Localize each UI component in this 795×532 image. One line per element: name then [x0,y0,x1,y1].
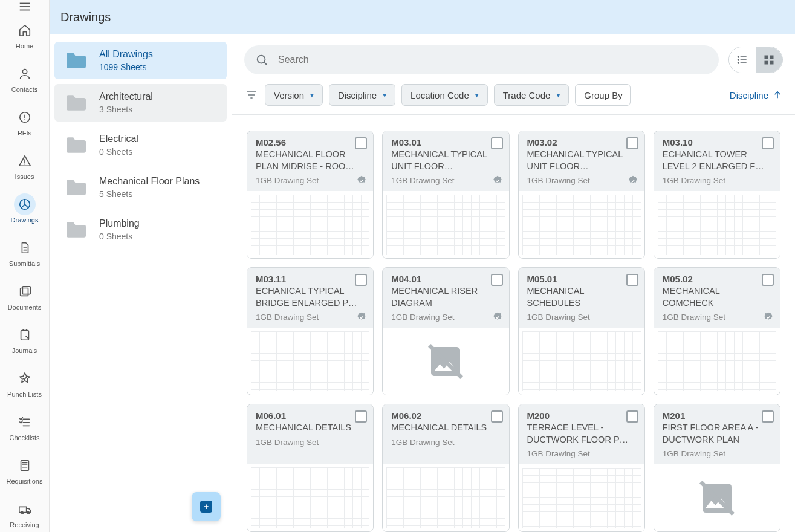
nav-item-requisitions[interactable]: Requisitions [0,449,49,492]
nav-item-punch-lists[interactable]: Punch Lists [0,362,49,405]
select-checkbox[interactable] [626,274,638,286]
filter-chip-group-by[interactable]: Group By [575,84,630,106]
chip-label: Location Code [410,90,469,100]
folder-item[interactable]: Architectural3 Sheets [54,84,227,122]
select-checkbox[interactable] [491,274,503,286]
drawing-card[interactable]: M201FIRST FLOOR AREA A - DUCTWORK PLAN1G… [654,404,780,532]
nav-item-checklists[interactable]: Checklists [0,405,49,449]
nav-item-drawings[interactable]: Drawings [0,187,49,231]
drawing-thumbnail [654,464,780,531]
drawings-icon [14,193,36,215]
filter-chip-version[interactable]: Version▼ [265,84,323,106]
drawing-title: MECHANICAL FLOOR PLAN MIDRISE - ROO… [256,149,366,172]
nav-item-rfis[interactable]: RFIs [0,100,49,144]
nav-label: Documents [8,303,42,311]
drawing-thumbnail [247,464,373,531]
svg-rect-38 [765,61,768,65]
drawing-card[interactable]: M02.56MECHANICAL FLOOR PLAN MIDRISE - RO… [247,131,374,259]
view-toggle [728,47,783,73]
list-view-button[interactable] [729,47,756,73]
drawing-card[interactable]: M06.02MECHANICAL DETAILS1GB Drawing Set [382,404,509,532]
nav-item-issues[interactable]: Issues [0,144,49,187]
menu-button[interactable] [0,0,49,13]
add-folder-button[interactable]: + [192,492,221,521]
chevron-down-icon: ▼ [555,92,561,99]
select-checkbox[interactable] [355,274,367,286]
folder-icon [63,92,89,114]
drawing-card[interactable]: M03.10ECHANICAL TOWER LEVEL 2 ENLARGED F… [654,131,780,259]
drawing-card[interactable]: M03.01MECHANICAL TYPICAL UNIT FLOOR…1GB … [382,131,509,259]
folder-icon [63,134,89,156]
select-checkbox[interactable] [355,137,367,149]
nav-item-receiving[interactable]: Receiving [0,492,49,532]
drawing-card[interactable]: M06.01MECHANICAL DETAILS1GB Drawing Set [247,404,374,532]
nav-item-contacts[interactable]: Contacts [0,57,49,100]
svg-point-35 [738,62,739,63]
select-checkbox[interactable] [626,410,638,423]
folder-item[interactable]: Mechanical Floor Plans5 Sheets [54,169,227,206]
nav-label: RFIs [18,129,31,137]
select-checkbox[interactable] [762,274,774,286]
nav-item-documents[interactable]: Documents [0,274,49,318]
filter-icon[interactable] [244,89,259,101]
select-checkbox[interactable] [626,137,638,149]
drawing-code: M03.11 [256,274,366,284]
arrow-up-icon [772,89,783,100]
filter-chip-trade-code[interactable]: Trade Code▼ [494,84,569,106]
sort-button[interactable]: Discipline [730,89,783,100]
drawing-set: 1GB Drawing Set [391,176,501,185]
select-checkbox[interactable] [355,410,367,423]
folder-name: Architectural [99,91,153,102]
svg-rect-12 [20,288,28,296]
grid-view-button[interactable] [756,47,782,73]
drawing-card[interactable]: M200TERRACE LEVEL - DUCTWORK FLOOR P…1GB… [518,404,645,532]
chip-label: Group By [584,90,622,100]
verified-icon [763,312,774,323]
svg-point-23 [21,512,23,514]
list-icon [736,54,748,66]
nav-label: Punch Lists [7,391,42,398]
nav-item-submittals[interactable]: Submittals [0,231,49,274]
drawing-code: M04.01 [391,274,501,284]
contacts-icon [14,63,36,85]
nav-label: Home [16,42,33,50]
drawing-code: M02.56 [256,137,366,148]
drawing-thumbnail [383,191,508,258]
folder-item[interactable]: All Drawings1099 Sheets [54,42,227,79]
drawing-card[interactable]: M04.01MECHANICAL RISER DIAGRAM1GB Drawin… [382,267,509,395]
nav-item-journals[interactable]: Journals [0,318,49,362]
filter-chip-discipline[interactable]: Discipline▼ [329,84,395,106]
svg-point-33 [738,56,739,57]
card-header: M03.01MECHANICAL TYPICAL UNIT FLOOR…1GB … [383,131,508,191]
folder-item[interactable]: Plumbing0 Sheets [54,211,227,248]
search-field[interactable] [244,45,719,74]
nav-item-home[interactable]: Home [0,13,49,57]
folder-count: 0 Sheets [99,147,138,157]
nav-label: Receiving [10,521,39,528]
select-checkbox[interactable] [762,137,774,149]
card-header: M03.10ECHANICAL TOWER LEVEL 2 ENLARGED F… [654,131,780,191]
card-header: M06.01MECHANICAL DETAILS1GB Drawing Set [247,404,373,464]
drawing-thumbnail [654,328,780,395]
drawing-card[interactable]: M03.02MECHANICAL TYPICAL UNIT FLOOR…1GB … [518,131,645,259]
card-header: M06.02MECHANICAL DETAILS1GB Drawing Set [383,404,508,464]
chevron-down-icon: ▼ [474,92,480,99]
select-checkbox[interactable] [491,137,503,149]
svg-rect-13 [22,287,30,294]
folder-item[interactable]: Electrical0 Sheets [54,126,227,164]
drawing-code: M06.02 [391,410,501,421]
select-checkbox[interactable] [762,410,774,423]
drawing-set: 1GB Drawing Set [391,438,501,447]
filter-chip-location-code[interactable]: Location Code▼ [401,84,488,106]
verified-icon [628,175,638,186]
search-icon [255,53,268,66]
svg-rect-14 [21,331,28,340]
drawing-card[interactable]: M05.01MECHANICAL SCHEDULES1GB Drawing Se… [518,267,645,395]
drawing-title: MECHANICAL RISER DIAGRAM [391,285,501,309]
search-input[interactable] [277,54,708,66]
drawing-card[interactable]: M05.02MECHANICAL COMCHECK1GB Drawing Set [654,267,780,395]
select-checkbox[interactable] [491,410,503,423]
drawing-card[interactable]: M03.11ECHANICAL TYPICAL BRIDGE ENLARGED … [247,267,374,395]
punch-lists-icon [14,368,36,389]
folder-name: Electrical [99,134,138,144]
